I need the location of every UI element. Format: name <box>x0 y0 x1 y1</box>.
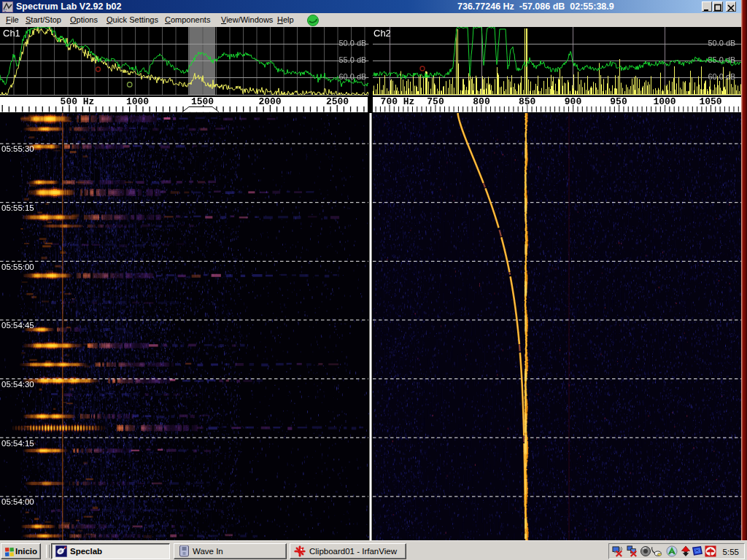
svg-text:A: A <box>4 8 7 12</box>
